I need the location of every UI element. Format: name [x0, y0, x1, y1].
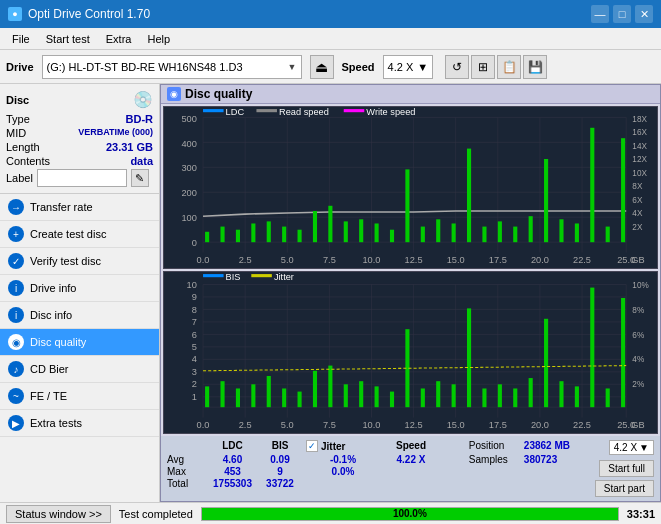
svg-text:20.0: 20.0 [531, 255, 549, 265]
progress-text: 100.0% [202, 508, 618, 520]
svg-text:200: 200 [181, 188, 196, 198]
toolbar-copy-btn[interactable]: ⊞ [471, 55, 495, 79]
main-layout: Disc 💿 Type BD-R MID VERBATIMe (000) Len… [0, 84, 661, 502]
sidebar-item-fe-te[interactable]: ~ FE / TE [0, 383, 159, 410]
extra-tests-icon: ▶ [8, 415, 24, 431]
sidebar-item-transfer-rate[interactable]: → Transfer rate [0, 194, 159, 221]
svg-text:5.0: 5.0 [281, 420, 294, 430]
svg-rect-147 [482, 389, 486, 408]
col-header-bis: BIS [260, 440, 300, 452]
transfer-rate-icon: → [8, 199, 24, 215]
menu-bar: File Start test Extra Help [0, 28, 661, 50]
svg-rect-73 [203, 109, 224, 112]
app-icon: ● [8, 7, 22, 21]
status-window-button[interactable]: Status window >> [6, 505, 111, 523]
sidebar: Disc 💿 Type BD-R MID VERBATIMe (000) Len… [0, 84, 160, 502]
start-full-button[interactable]: Start full [599, 460, 654, 477]
svg-rect-140 [375, 387, 379, 408]
samples-row: Samples 380723 [469, 454, 589, 465]
close-button[interactable]: ✕ [635, 5, 653, 23]
max-ldc: 453 [205, 466, 260, 477]
action-area: 4.2 X ▼ Start full Start part [595, 440, 654, 497]
eject-button[interactable]: ⏏ [310, 55, 334, 79]
svg-rect-132 [251, 384, 255, 407]
sidebar-item-extra-tests[interactable]: ▶ Extra tests [0, 410, 159, 437]
svg-rect-152 [559, 381, 563, 407]
svg-text:2%: 2% [632, 381, 645, 390]
start-part-button[interactable]: Start part [595, 480, 654, 497]
nav-label-disc-info: Disc info [30, 309, 72, 321]
verify-test-disc-icon: ✓ [8, 253, 24, 269]
speed-dropdown-value: 4.2 X [614, 442, 637, 453]
chart2-wrapper: 10 9 8 7 6 5 4 3 2 1 10% 8% 6% [163, 271, 658, 434]
svg-rect-139 [359, 381, 363, 407]
menu-help[interactable]: Help [139, 31, 178, 47]
svg-text:400: 400 [181, 138, 196, 148]
svg-text:10.0: 10.0 [362, 420, 380, 430]
svg-rect-65 [513, 227, 517, 243]
sidebar-item-drive-info[interactable]: i Drive info [0, 275, 159, 302]
disc-quality-panel: ◉ Disc quality [160, 84, 661, 502]
svg-rect-53 [328, 206, 332, 242]
disc-contents-value: data [130, 155, 153, 167]
svg-rect-54 [344, 221, 348, 242]
toolbar-save-btn[interactable]: 💾 [523, 55, 547, 79]
svg-text:10.0: 10.0 [362, 255, 380, 265]
svg-text:100: 100 [181, 213, 196, 223]
svg-rect-66 [529, 216, 533, 242]
speed-dropdown[interactable]: 4.2 X ▼ [609, 440, 654, 455]
maximize-button[interactable]: □ [613, 5, 631, 23]
svg-text:15.0: 15.0 [447, 420, 465, 430]
nav-label-create-test-disc: Create test disc [30, 228, 106, 240]
menu-start-test[interactable]: Start test [38, 31, 98, 47]
svg-rect-149 [513, 389, 517, 408]
svg-rect-143 [421, 389, 425, 408]
sidebar-item-cd-bier[interactable]: ♪ CD Bier [0, 356, 159, 383]
col-header-empty [167, 440, 205, 452]
chart1-svg: 500 400 300 200 100 0 18X 16X 14X 12X 10… [164, 107, 657, 268]
sidebar-item-verify-test-disc[interactable]: ✓ Verify test disc [0, 248, 159, 275]
sidebar-item-disc-quality[interactable]: ◉ Disc quality [0, 329, 159, 356]
disc-quality-title: Disc quality [185, 87, 252, 101]
toolbar-paste-btn[interactable]: 📋 [497, 55, 521, 79]
drive-dropdown-arrow: ▼ [288, 62, 297, 72]
svg-text:17.5: 17.5 [489, 420, 507, 430]
position-row: Position 23862 MB [469, 440, 589, 451]
svg-rect-60 [436, 219, 440, 242]
svg-rect-134 [282, 389, 286, 408]
svg-rect-79 [164, 272, 657, 433]
disc-quality-header: ◉ Disc quality [161, 85, 660, 104]
svg-text:6: 6 [192, 330, 197, 340]
svg-text:Read speed: Read speed [279, 107, 329, 117]
svg-rect-57 [390, 230, 394, 242]
svg-rect-154 [590, 288, 594, 408]
label-edit-button[interactable]: ✎ [131, 169, 149, 187]
toolbar-refresh-btn[interactable]: ↺ [445, 55, 469, 79]
disc-icon: 💿 [133, 90, 153, 109]
svg-text:0.0: 0.0 [197, 255, 210, 265]
total-bis: 33722 [260, 478, 300, 489]
minimize-button[interactable]: — [591, 5, 609, 23]
menu-extra[interactable]: Extra [98, 31, 140, 47]
svg-rect-69 [575, 223, 579, 242]
svg-text:15.0: 15.0 [447, 255, 465, 265]
jitter-checkbox[interactable]: ✓ [306, 440, 318, 452]
svg-text:17.5: 17.5 [489, 255, 507, 265]
disc-label-input[interactable] [37, 169, 127, 187]
avg-speed: 4.22 X [386, 454, 436, 465]
menu-file[interactable]: File [4, 31, 38, 47]
svg-text:8%: 8% [632, 306, 645, 315]
sidebar-item-disc-info[interactable]: i Disc info [0, 302, 159, 329]
max-label: Max [167, 466, 205, 477]
sidebar-item-create-test-disc[interactable]: + Create test disc [0, 221, 159, 248]
stats-table: LDC BIS ✓ Jitter Speed Avg 4.60 0.09 -0.… [167, 440, 463, 489]
svg-rect-63 [482, 227, 486, 243]
drive-selector[interactable]: (G:) HL-DT-ST BD-RE WH16NS48 1.D3 ▼ [42, 55, 302, 79]
svg-text:10X: 10X [632, 169, 647, 178]
speed-selector[interactable]: 4.2 X ▼ [383, 55, 434, 79]
svg-rect-145 [452, 384, 456, 407]
drive-select-text: (G:) HL-DT-ST BD-RE WH16NS48 1.D3 [47, 61, 288, 73]
disc-label-label: Label [6, 172, 33, 184]
svg-text:12.5: 12.5 [405, 420, 423, 430]
svg-text:0: 0 [192, 238, 197, 248]
